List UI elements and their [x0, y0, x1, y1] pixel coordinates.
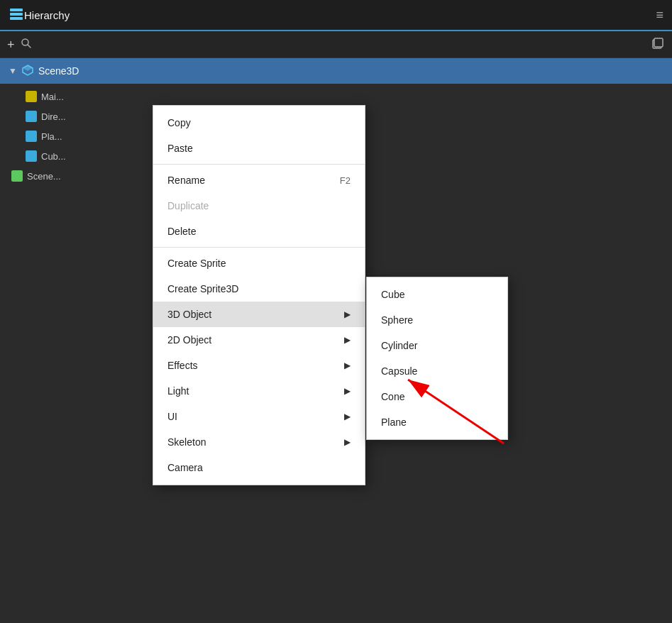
header: Hierarchy ≡ — [0, 0, 672, 31]
rename-shortcut: F2 — [340, 175, 351, 186]
item-icon — [26, 131, 37, 142]
submenu-item-cylinder-label: Cylinder — [381, 340, 417, 351]
submenu-item-sphere-label: Sphere — [381, 314, 413, 326]
menu-item-create-sprite-label: Create Sprite — [167, 258, 226, 269]
menu-item-skeleton-label: Skeleton — [167, 436, 206, 448]
menu-item-duplicate-label: Duplicate — [167, 200, 209, 211]
list-item[interactable]: Mai... — [0, 87, 672, 106]
submenu-item-plane-label: Plane — [381, 417, 407, 428]
svg-line-4 — [28, 45, 31, 48]
menu-item-copy-label: Copy — [167, 117, 191, 128]
submenu-item-capsule-label: Capsule — [381, 365, 417, 377]
submenu-item-cube-label: Cube — [381, 289, 404, 300]
copy-layers-button[interactable] — [651, 36, 665, 53]
search-input[interactable] — [38, 39, 645, 50]
menu-item-3d-object-label: 3D Object — [167, 309, 211, 320]
menu-item-effects[interactable]: Effects ▶ — [153, 353, 365, 378]
submenu-item-sphere[interactable]: Sphere — [367, 307, 507, 333]
submenu-arrow-icon: ▶ — [344, 437, 351, 447]
submenu-item-cube[interactable]: Cube — [367, 282, 507, 307]
submenu-arrow-icon: ▶ — [344, 309, 351, 319]
menu-item-create-sprite3d-label: Create Sprite3D — [167, 283, 238, 294]
menu-item-rename-label: Rename — [167, 175, 205, 186]
submenu-arrow-icon: ▶ — [344, 386, 351, 396]
menu-item-light-label: Light — [167, 385, 189, 397]
menu-item-copy[interactable]: Copy — [153, 110, 365, 136]
item-icon — [26, 150, 37, 162]
menu-item-duplicate[interactable]: Duplicate — [153, 193, 365, 219]
item-label: Pla... — [41, 131, 62, 142]
submenu-item-cone[interactable]: Cone — [367, 384, 507, 409]
menu-item-3d-object[interactable]: 3D Object ▶ — [153, 302, 365, 327]
item-icon — [26, 111, 37, 122]
menu-item-camera[interactable]: Camera — [153, 455, 365, 480]
add-button[interactable]: + — [7, 38, 15, 51]
header-title: Hierarchy — [24, 9, 656, 21]
menu-item-skeleton[interactable]: Skeleton ▶ — [153, 429, 365, 455]
submenu-3d-object: Cube Sphere Cylinder Capsule Cone Plane — [366, 277, 508, 440]
menu-item-paste-label: Paste — [167, 143, 193, 154]
svg-rect-1 — [10, 13, 23, 16]
context-menu: Copy Paste Rename F2 Duplicate Delete Cr… — [153, 105, 365, 485]
submenu-item-cylinder[interactable]: Cylinder — [367, 333, 507, 358]
item-label: Cub... — [41, 151, 66, 162]
menu-item-delete-label: Delete — [167, 226, 196, 237]
scene-3d-icon — [21, 64, 34, 79]
item-icon — [26, 91, 37, 102]
svg-rect-2 — [10, 17, 23, 20]
svg-rect-10 — [28, 113, 35, 120]
menu-item-rename[interactable]: Rename F2 — [153, 167, 365, 193]
menu-icon[interactable]: ≡ — [656, 8, 663, 23]
submenu-arrow-icon: ▶ — [344, 335, 351, 345]
menu-divider-2 — [153, 247, 365, 248]
svg-rect-0 — [10, 9, 23, 11]
search-icon — [21, 38, 32, 51]
menu-item-ui[interactable]: UI ▶ — [153, 404, 365, 429]
menu-item-camera-label: Camera — [167, 462, 203, 473]
submenu-item-cone-label: Cone — [381, 391, 404, 402]
item-label: Scene... — [27, 171, 61, 182]
submenu-item-plane[interactable]: Plane — [367, 409, 507, 435]
layers-icon — [9, 6, 24, 24]
menu-item-light[interactable]: Light ▶ — [153, 378, 365, 404]
svg-rect-9 — [28, 93, 35, 100]
submenu-arrow-icon: ▶ — [344, 360, 351, 370]
item-label: Mai... — [41, 92, 64, 102]
item-icon — [11, 170, 23, 182]
item-label: Dire... — [41, 111, 66, 122]
menu-item-paste[interactable]: Paste — [153, 136, 365, 161]
submenu-item-capsule[interactable]: Capsule — [367, 358, 507, 384]
svg-rect-11 — [28, 133, 35, 140]
submenu-arrow-icon: ▶ — [344, 412, 351, 421]
svg-marker-8 — [23, 65, 33, 71]
menu-item-2d-object-label: 2D Object — [167, 334, 211, 346]
menu-item-2d-object[interactable]: 2D Object ▶ — [153, 327, 365, 353]
scene-arrow-icon: ▼ — [9, 66, 17, 76]
svg-rect-12 — [28, 153, 35, 160]
svg-rect-13 — [13, 172, 21, 180]
menu-item-create-sprite[interactable]: Create Sprite — [153, 250, 365, 276]
svg-rect-6 — [654, 38, 663, 47]
menu-item-delete[interactable]: Delete — [153, 219, 365, 244]
scene-row[interactable]: ▼ Scene3D — [0, 58, 672, 84]
scene-label: Scene3D — [38, 65, 79, 77]
menu-item-effects-label: Effects — [167, 360, 198, 371]
menu-item-create-sprite3d[interactable]: Create Sprite3D — [153, 276, 365, 302]
toolbar: + — [0, 31, 672, 58]
menu-divider — [153, 164, 365, 165]
menu-item-ui-label: UI — [167, 411, 177, 422]
